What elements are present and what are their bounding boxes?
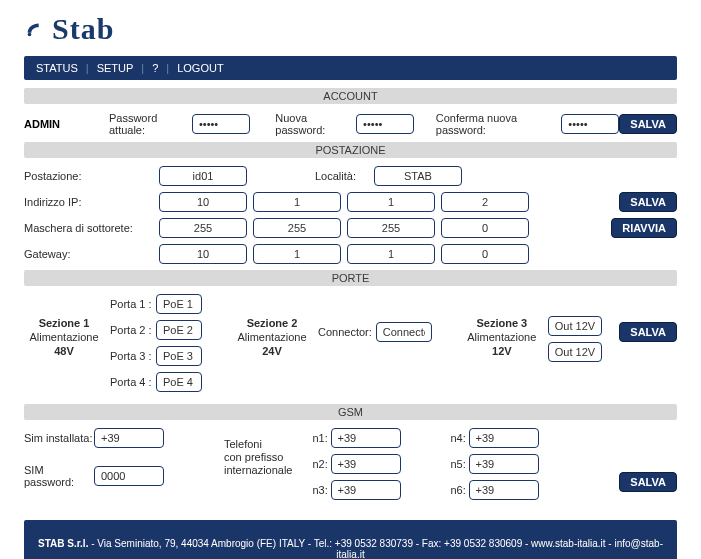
nav-help[interactable]: ? [152, 62, 158, 74]
phones-caption: Telefoni con prefisso internazionale [224, 428, 293, 477]
gw-label: Gateway: [24, 248, 139, 260]
current-pw-input[interactable] [192, 114, 250, 134]
n2-input[interactable] [331, 454, 401, 474]
connector-input[interactable] [376, 322, 432, 342]
n4-label: n4: [451, 432, 469, 444]
port2-label: Porta 2 : [110, 324, 156, 336]
gw-octet-3[interactable]: 1 [347, 244, 435, 264]
station-label: Postazione: [24, 170, 139, 182]
n2-label: n2: [313, 458, 331, 470]
phones-l1: Telefoni [224, 438, 293, 451]
section-gsm: GSM [24, 404, 677, 420]
save-gsm-button[interactable]: SALVA [619, 472, 677, 492]
section-account: ACCOUNT [24, 88, 677, 104]
nav-setup[interactable]: SETUP [97, 62, 134, 74]
main-nav: STATUS | SETUP | ? | LOGOUT [24, 56, 677, 80]
n5-label: n5: [451, 458, 469, 470]
sez2-title: Sezione 2 [232, 316, 312, 330]
nav-sep: | [166, 62, 169, 74]
sez1-title: Sezione 1 [24, 316, 104, 330]
sim-inst-input[interactable] [94, 428, 164, 448]
confirm-pw-input[interactable] [561, 114, 619, 134]
sez3-out2-input[interactable] [548, 342, 602, 362]
mask-octet-3[interactable]: 255 [347, 218, 435, 238]
sez1-block: Sezione 1 Alimentazione 48V [24, 294, 104, 398]
sim-pw-input[interactable] [94, 466, 164, 486]
new-pw-input[interactable] [356, 114, 414, 134]
locality-label: Località: [315, 170, 356, 182]
satellite-icon [24, 18, 46, 40]
brand-text: Stab [52, 12, 114, 46]
sez1-sub2: 48V [24, 344, 104, 358]
ip-label: Indirizzo IP: [24, 196, 139, 208]
gw-octet-2[interactable]: 1 [253, 244, 341, 264]
port1-input[interactable] [156, 294, 202, 314]
port3-label: Porta 3 : [110, 350, 156, 362]
sez2-sub1: Alimentazione [232, 330, 312, 344]
ip-octet-2[interactable]: 1 [253, 192, 341, 212]
sim-pw-label: SIM password: [24, 464, 94, 488]
n3-input[interactable] [331, 480, 401, 500]
ip-octet-4[interactable]: 2 [441, 192, 529, 212]
mask-octet-4[interactable]: 0 [441, 218, 529, 238]
section-ports: PORTE [24, 270, 677, 286]
confirm-pw-label: Conferma nuova password: [436, 112, 558, 136]
n6-input[interactable] [469, 480, 539, 500]
sim-inst-label: Sim installata: [24, 432, 94, 444]
n5-input[interactable] [469, 454, 539, 474]
save-ports-button[interactable]: SALVA [619, 322, 677, 342]
footer-company: STAB S.r.l. [38, 538, 88, 549]
n4-input[interactable] [469, 428, 539, 448]
gw-octet-1[interactable]: 10 [159, 244, 247, 264]
n3-label: n3: [313, 484, 331, 496]
port1-label: Porta 1 : [110, 298, 156, 310]
sez2-sub2: 24V [232, 344, 312, 358]
port3-input[interactable] [156, 346, 202, 366]
nav-sep: | [86, 62, 89, 74]
locality-value[interactable]: STAB [374, 166, 462, 186]
sez3-title: Sezione 3 [462, 316, 542, 330]
reboot-button[interactable]: RIAVVIA [611, 218, 677, 238]
n1-label: n1: [313, 432, 331, 444]
port4-label: Porta 4 : [110, 376, 156, 388]
save-location-button[interactable]: SALVA [619, 192, 677, 212]
save-account-button[interactable]: SALVA [619, 114, 677, 134]
sez3-block: Sezione 3 Alimentazione 12V [462, 316, 542, 358]
admin-label: ADMIN [24, 118, 87, 130]
ip-octet-1[interactable]: 10 [159, 192, 247, 212]
gw-octet-4[interactable]: 0 [441, 244, 529, 264]
sez1-sub1: Alimentazione [24, 330, 104, 344]
sez3-out1-input[interactable] [548, 316, 602, 336]
mask-label: Maschera di sottorete: [24, 222, 139, 234]
brand-logo: Stab [24, 8, 677, 56]
svg-point-0 [28, 33, 32, 37]
nav-logout[interactable]: LOGOUT [177, 62, 223, 74]
port2-input[interactable] [156, 320, 202, 340]
mask-octet-1[interactable]: 255 [159, 218, 247, 238]
sez2-block: Sezione 2 Alimentazione 24V [232, 316, 312, 358]
nav-status[interactable]: STATUS [36, 62, 78, 74]
station-value[interactable]: id01 [159, 166, 247, 186]
port4-input[interactable] [156, 372, 202, 392]
footer-text: - Via Seminiato, 79, 44034 Ambrogio (FE)… [88, 538, 663, 559]
section-location: POSTAZIONE [24, 142, 677, 158]
connector-label: Connector: [318, 326, 372, 338]
mask-octet-2[interactable]: 255 [253, 218, 341, 238]
new-pw-label: Nuova password: [275, 112, 352, 136]
sez3-sub1: Alimentazione [462, 330, 542, 344]
current-pw-label: Password attuale: [109, 112, 188, 136]
footer: STAB S.r.l. - Via Seminiato, 79, 44034 A… [24, 520, 677, 559]
phones-l2: con prefisso [224, 451, 293, 464]
n6-label: n6: [451, 484, 469, 496]
ip-octet-3[interactable]: 1 [347, 192, 435, 212]
sez3-sub2: 12V [462, 344, 542, 358]
n1-input[interactable] [331, 428, 401, 448]
phones-l3: internazionale [224, 464, 293, 477]
nav-sep: | [141, 62, 144, 74]
